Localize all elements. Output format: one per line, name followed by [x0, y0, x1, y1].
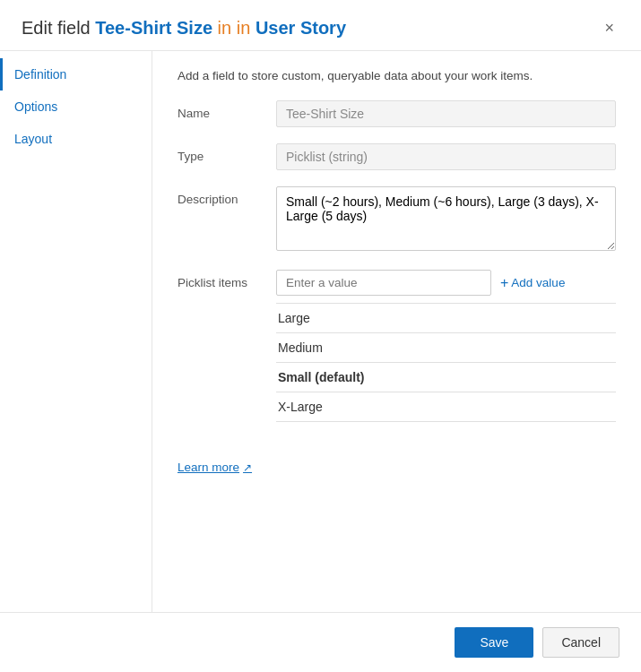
- description-label: Description: [178, 186, 276, 206]
- type-label: Type: [178, 143, 276, 163]
- learn-more-link[interactable]: Learn more ↗: [178, 461, 252, 474]
- title-type: User Story: [256, 18, 346, 38]
- list-item: Medium: [276, 333, 616, 363]
- picklist-items-list: Large Medium Small (default) X-Large: [276, 303, 616, 422]
- description-row: Description Small (~2 hours), Medium (~6…: [178, 186, 616, 254]
- title-in: in: [212, 18, 237, 38]
- main-content: Add a field to store custom, queryable d…: [152, 51, 641, 612]
- name-control: [276, 100, 616, 127]
- save-button[interactable]: Save: [455, 627, 533, 658]
- dialog-body: Definition Options Layout Add a field to…: [0, 51, 641, 612]
- close-button[interactable]: ×: [599, 18, 619, 38]
- name-row: Name: [178, 100, 616, 127]
- learn-more-row: Learn more ↗: [178, 460, 616, 474]
- sidebar: Definition Options Layout: [0, 51, 152, 612]
- picklist-entry-input[interactable]: [276, 270, 491, 296]
- plus-icon: +: [500, 276, 508, 290]
- list-item: Large: [276, 304, 616, 333]
- dialog-header: Edit field Tee-Shirt Size in in User Sto…: [0, 0, 641, 51]
- dialog-title: Edit field Tee-Shirt Size in in User Sto…: [22, 16, 346, 39]
- name-input[interactable]: [276, 100, 616, 127]
- cancel-button[interactable]: Cancel: [542, 627, 619, 658]
- picklist-row: Picklist items + Add value Large Medium …: [178, 270, 616, 422]
- description-control: Small (~2 hours), Medium (~6 hours), Lar…: [276, 186, 616, 254]
- type-row: Type: [178, 143, 616, 170]
- add-value-button[interactable]: + Add value: [500, 276, 565, 290]
- picklist-control: + Add value Large Medium Small (default)…: [276, 270, 616, 422]
- sidebar-item-definition[interactable]: Definition: [0, 58, 152, 90]
- section-description: Add a field to store custom, queryable d…: [178, 69, 616, 82]
- add-value-label: Add value: [511, 276, 565, 289]
- list-item: X-Large: [276, 392, 616, 422]
- sidebar-item-layout[interactable]: Layout: [0, 123, 152, 155]
- edit-field-dialog: Edit field Tee-Shirt Size in in User Sto…: [0, 0, 641, 672]
- list-item: Small (default): [276, 363, 616, 392]
- name-label: Name: [178, 100, 276, 120]
- external-link-icon: ↗: [243, 461, 252, 474]
- title-field: Tee-Shirt Size: [95, 18, 212, 38]
- type-control: [276, 143, 616, 170]
- type-input[interactable]: [276, 143, 616, 170]
- sidebar-item-options[interactable]: Options: [0, 90, 152, 123]
- title-in-word: in: [237, 18, 251, 38]
- learn-more-label: Learn more: [178, 461, 239, 474]
- dialog-footer: Save Cancel: [0, 612, 641, 672]
- picklist-input-row: + Add value: [276, 270, 616, 296]
- picklist-label: Picklist items: [178, 270, 276, 289]
- description-textarea[interactable]: Small (~2 hours), Medium (~6 hours), Lar…: [276, 186, 616, 251]
- title-prefix: Edit field: [22, 18, 95, 38]
